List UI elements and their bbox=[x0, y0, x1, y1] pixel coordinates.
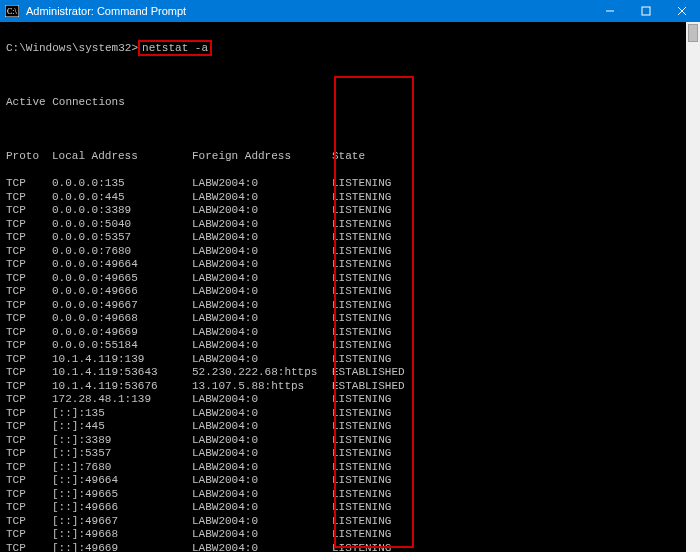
cell-foreign: LABW2004:0 bbox=[192, 420, 332, 434]
cell-local: 10.1.4.119:139 bbox=[52, 353, 192, 367]
cell-proto: TCP bbox=[6, 285, 52, 299]
cell-proto: TCP bbox=[6, 447, 52, 461]
cell-foreign: LABW2004:0 bbox=[192, 177, 332, 191]
cell-proto: TCP bbox=[6, 474, 52, 488]
col-foreign: Foreign Address bbox=[192, 150, 332, 164]
cell-foreign: LABW2004:0 bbox=[192, 393, 332, 407]
scrollbar-thumb[interactable] bbox=[688, 24, 698, 42]
cell-proto: TCP bbox=[6, 326, 52, 340]
cell-local: 0.0.0.0:49669 bbox=[52, 326, 192, 340]
cell-local: 172.28.48.1:139 bbox=[52, 393, 192, 407]
svg-text:C:\: C:\ bbox=[7, 7, 18, 16]
cell-proto: TCP bbox=[6, 461, 52, 475]
svg-rect-3 bbox=[642, 7, 650, 15]
cell-proto: TCP bbox=[6, 542, 52, 553]
cell-proto: TCP bbox=[6, 501, 52, 515]
cell-local: 0.0.0.0:5040 bbox=[52, 218, 192, 232]
cell-foreign: LABW2004:0 bbox=[192, 326, 332, 340]
cell-foreign: LABW2004:0 bbox=[192, 204, 332, 218]
cell-proto: TCP bbox=[6, 177, 52, 191]
cell-proto: TCP bbox=[6, 393, 52, 407]
cell-foreign: LABW2004:0 bbox=[192, 501, 332, 515]
cell-local: [::]:49668 bbox=[52, 528, 192, 542]
cell-proto: TCP bbox=[6, 528, 52, 542]
cell-local: 0.0.0.0:49666 bbox=[52, 285, 192, 299]
cell-proto: TCP bbox=[6, 434, 52, 448]
cell-proto: TCP bbox=[6, 231, 52, 245]
vertical-scrollbar[interactable] bbox=[686, 22, 700, 552]
cell-foreign: LABW2004:0 bbox=[192, 231, 332, 245]
cell-local: 0.0.0.0:49667 bbox=[52, 299, 192, 313]
typed-command: netstat -a bbox=[138, 40, 212, 56]
cell-local: 0.0.0.0:3389 bbox=[52, 204, 192, 218]
cell-proto: TCP bbox=[6, 258, 52, 272]
titlebar[interactable]: C:\ Administrator: Command Prompt bbox=[0, 0, 700, 22]
cell-foreign: LABW2004:0 bbox=[192, 474, 332, 488]
cell-foreign: LABW2004:0 bbox=[192, 528, 332, 542]
cell-local: [::]:3389 bbox=[52, 434, 192, 448]
cell-local: [::]:49664 bbox=[52, 474, 192, 488]
cell-foreign: LABW2004:0 bbox=[192, 461, 332, 475]
cell-foreign: LABW2004:0 bbox=[192, 515, 332, 529]
prompt-line: C:\Windows\system32>netstat -a bbox=[6, 40, 680, 56]
cell-local: [::]:49667 bbox=[52, 515, 192, 529]
cell-local: 0.0.0.0:49664 bbox=[52, 258, 192, 272]
cell-foreign: LABW2004:0 bbox=[192, 447, 332, 461]
close-icon bbox=[677, 6, 687, 16]
cell-foreign: LABW2004:0 bbox=[192, 272, 332, 286]
cell-foreign: LABW2004:0 bbox=[192, 299, 332, 313]
cell-proto: TCP bbox=[6, 488, 52, 502]
cell-proto: TCP bbox=[6, 515, 52, 529]
cell-local: [::]:5357 bbox=[52, 447, 192, 461]
cell-local: [::]:7680 bbox=[52, 461, 192, 475]
cell-proto: TCP bbox=[6, 380, 52, 394]
cell-foreign: LABW2004:0 bbox=[192, 258, 332, 272]
cell-local: [::]:49669 bbox=[52, 542, 192, 553]
cell-foreign: LABW2004:0 bbox=[192, 434, 332, 448]
col-proto: Proto bbox=[6, 150, 52, 164]
cell-foreign: LABW2004:0 bbox=[192, 245, 332, 259]
cell-local: 0.0.0.0:135 bbox=[52, 177, 192, 191]
cell-proto: TCP bbox=[6, 204, 52, 218]
cell-local: 10.1.4.119:53643 bbox=[52, 366, 192, 380]
cell-foreign: LABW2004:0 bbox=[192, 488, 332, 502]
cell-proto: TCP bbox=[6, 312, 52, 326]
close-button[interactable] bbox=[664, 0, 700, 22]
cell-proto: TCP bbox=[6, 353, 52, 367]
cell-proto: TCP bbox=[6, 245, 52, 259]
cell-local: 0.0.0.0:49668 bbox=[52, 312, 192, 326]
cell-local: 0.0.0.0:7680 bbox=[52, 245, 192, 259]
cell-foreign: LABW2004:0 bbox=[192, 218, 332, 232]
cell-proto: TCP bbox=[6, 366, 52, 380]
cell-local: [::]:135 bbox=[52, 407, 192, 421]
cell-local: [::]:49665 bbox=[52, 488, 192, 502]
minimize-icon bbox=[605, 6, 615, 16]
command-prompt-window: C:\ Administrator: Command Prompt C:\Win… bbox=[0, 0, 700, 552]
minimize-button[interactable] bbox=[592, 0, 628, 22]
cell-proto: TCP bbox=[6, 272, 52, 286]
cell-proto: TCP bbox=[6, 407, 52, 421]
cell-local: [::]:445 bbox=[52, 420, 192, 434]
state-column-highlight bbox=[334, 76, 414, 548]
cell-proto: TCP bbox=[6, 420, 52, 434]
cell-proto: TCP bbox=[6, 339, 52, 353]
cell-foreign: 52.230.222.68:https bbox=[192, 366, 332, 380]
cell-foreign: LABW2004:0 bbox=[192, 312, 332, 326]
cell-local: 0.0.0.0:49665 bbox=[52, 272, 192, 286]
cell-foreign: LABW2004:0 bbox=[192, 285, 332, 299]
cell-local: 0.0.0.0:55184 bbox=[52, 339, 192, 353]
cell-local: 10.1.4.119:53676 bbox=[52, 380, 192, 394]
prompt-path: C:\Windows\system32> bbox=[6, 42, 138, 54]
cell-proto: TCP bbox=[6, 218, 52, 232]
cell-foreign: LABW2004:0 bbox=[192, 542, 332, 553]
cell-foreign: 13.107.5.88:https bbox=[192, 380, 332, 394]
maximize-icon bbox=[641, 6, 651, 16]
cell-local: 0.0.0.0:5357 bbox=[52, 231, 192, 245]
maximize-button[interactable] bbox=[628, 0, 664, 22]
cell-proto: TCP bbox=[6, 191, 52, 205]
cell-local: 0.0.0.0:445 bbox=[52, 191, 192, 205]
cell-foreign: LABW2004:0 bbox=[192, 407, 332, 421]
cell-foreign: LABW2004:0 bbox=[192, 339, 332, 353]
cell-local: [::]:49666 bbox=[52, 501, 192, 515]
cell-foreign: LABW2004:0 bbox=[192, 191, 332, 205]
